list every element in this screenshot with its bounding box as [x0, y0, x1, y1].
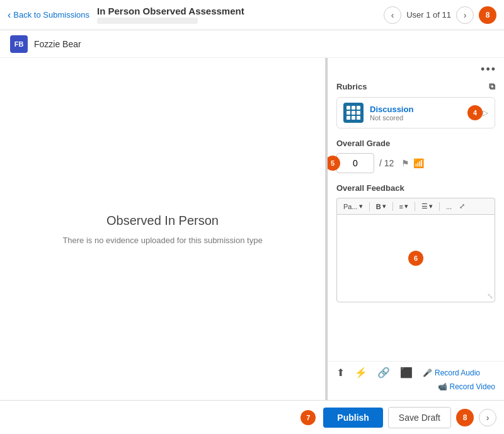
- grade-row: 5 / 12 ⚑ 📶: [336, 153, 495, 173]
- badge-6: 6: [408, 251, 423, 266]
- grid-cell: [357, 106, 360, 110]
- grid-cell: [352, 111, 355, 115]
- sub-header: FB Fozzie Bear: [0, 30, 504, 58]
- left-panel: Observed In Person There is no evidence …: [0, 58, 326, 400]
- publish-button[interactable]: Publish: [323, 408, 383, 428]
- user-count: User 1 of 11: [406, 10, 451, 20]
- link-icon-button[interactable]: ⚡: [355, 367, 367, 379]
- resize-handle[interactable]: ⤡: [487, 292, 493, 300]
- toolbar-sep-2: [392, 202, 393, 211]
- toolbar-sep-1: [369, 202, 370, 211]
- record-video-row: 📹 Record Video: [336, 382, 495, 391]
- overall-grade-label: Overall Grade: [336, 139, 390, 148]
- overall-feedback-section: Overall Feedback Pa... ▾ B ▾ ≡ ▾ ☰ ▾: [328, 178, 504, 361]
- rubrics-label: Rubrics: [336, 82, 367, 91]
- microphone-icon: 🎤: [423, 368, 432, 377]
- toolbar-more-button[interactable]: ...: [444, 202, 454, 212]
- grid-cell: [346, 116, 350, 120]
- grid-cell: [346, 111, 350, 115]
- toolbar-sep-4: [439, 202, 440, 211]
- grid-cell: [357, 116, 360, 120]
- rubric-grid-icon: [343, 103, 364, 123]
- badge-7: 7: [301, 410, 316, 425]
- grid-cell: [346, 106, 350, 110]
- back-to-submissions-link[interactable]: Back to Submissions: [8, 9, 89, 21]
- upload-icon-button[interactable]: ⬆: [336, 367, 345, 379]
- toolbar-bold-button[interactable]: B ▾: [374, 201, 389, 212]
- footer: 7 Publish Save Draft 8 ›: [0, 400, 504, 434]
- right-panel: ••• Rubrics ⧉: [328, 58, 504, 400]
- prev-user-button[interactable]: ‹: [384, 6, 401, 24]
- avatar: FB: [10, 35, 28, 53]
- panel-more-area: •••: [328, 58, 504, 76]
- main-header: Back to Submissions In Person Observed A…: [0, 0, 504, 30]
- grade-input[interactable]: [336, 153, 374, 173]
- toolbar-paragraph-button[interactable]: Pa... ▾: [341, 201, 365, 212]
- rubric-item[interactable]: Discussion Not scored 4 ▷: [336, 97, 495, 128]
- camera-icon: 📹: [438, 382, 447, 391]
- chain-icon-button[interactable]: 🔗: [377, 367, 390, 379]
- submission-title: Observed In Person: [106, 214, 219, 228]
- overall-feedback-label-row: Overall Feedback: [336, 183, 495, 193]
- next-user-button[interactable]: ›: [456, 6, 474, 24]
- rubrics-external-link-icon[interactable]: ⧉: [489, 81, 495, 92]
- more-options-button[interactable]: •••: [481, 63, 496, 76]
- assessment-subtitle: [97, 18, 198, 24]
- rubric-grid: [346, 106, 360, 120]
- toolbar-sep-3: [415, 202, 415, 211]
- nav-controls: ‹ User 1 of 11 › 8: [384, 6, 496, 24]
- grid-cell: [352, 106, 355, 110]
- rubric-expand-icon[interactable]: ▷: [483, 108, 488, 117]
- user-name: Fozzie Bear: [34, 39, 81, 49]
- record-audio-button[interactable]: 🎤 Record Audio: [423, 368, 480, 377]
- grid-cell: [352, 116, 355, 120]
- overall-feedback-label: Overall Feedback: [336, 183, 404, 193]
- rubric-score: Not scored: [370, 114, 462, 122]
- assessment-title: In Person Observed Assessment: [97, 6, 376, 16]
- badge-4: 4: [467, 105, 483, 120]
- overall-grade-section: Overall Grade 5 / 12 ⚑ 📶: [328, 134, 504, 178]
- record-video-label: Record Video: [450, 382, 496, 391]
- rubrics-label-row: Rubrics ⧉: [336, 81, 495, 92]
- rubric-text: Discussion Not scored: [370, 105, 462, 122]
- grade-pin-icon[interactable]: ⚑: [401, 158, 410, 168]
- rubric-name: Discussion: [370, 105, 462, 114]
- footer-next-button[interactable]: ›: [479, 409, 496, 426]
- grade-total: / 12: [379, 158, 394, 168]
- record-video-button[interactable]: 📹 Record Video: [438, 382, 496, 391]
- save-draft-button[interactable]: Save Draft: [388, 407, 451, 428]
- badge-8-footer: 8: [456, 409, 474, 426]
- submission-subtitle: There is no evidence uploaded for this s…: [62, 236, 262, 245]
- grade-icons: ⚑ 📶: [401, 158, 424, 168]
- overall-grade-label-row: Overall Grade: [336, 139, 495, 148]
- toolbar-list-button[interactable]: ☰ ▾: [419, 201, 435, 212]
- media-section: ⬆ ⚡ 🔗 ⬛ 🎤 Record Audio 📹 Record Video: [328, 361, 504, 400]
- image-icon-button[interactable]: ⬛: [400, 367, 413, 379]
- record-audio-label: Record Audio: [435, 368, 480, 377]
- toolbar-align-button[interactable]: ≡ ▾: [397, 201, 411, 212]
- feedback-toolbar: Pa... ▾ B ▾ ≡ ▾ ☰ ▾ ... ⤢: [336, 198, 495, 214]
- grid-cell: [357, 111, 360, 115]
- badge-8-header: 8: [479, 6, 496, 24]
- grade-chart-icon[interactable]: 📶: [413, 158, 424, 168]
- media-icon-row: ⬆ ⚡ 🔗 ⬛ 🎤 Record Audio: [336, 367, 495, 379]
- header-title-area: In Person Observed Assessment: [97, 6, 376, 24]
- feedback-text-area[interactable]: 6 ⤡: [336, 214, 495, 302]
- toolbar-expand-button[interactable]: ⤢: [457, 201, 467, 212]
- main-layout: Observed In Person There is no evidence …: [0, 58, 504, 400]
- rubrics-section: Rubrics ⧉: [328, 76, 504, 134]
